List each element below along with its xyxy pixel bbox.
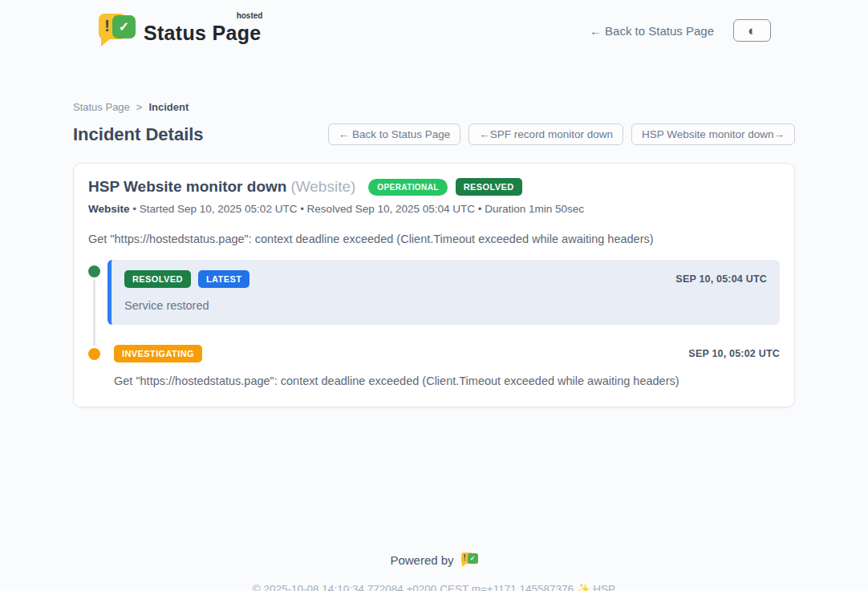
meta-component: Website xyxy=(88,203,130,215)
header-actions: ← Back to Status Page ◐ xyxy=(590,19,771,42)
timeline-entry-head: INVESTIGATING SEP 10, 05:02 UTC xyxy=(114,345,780,362)
timeline-timestamp: SEP 10, 05:02 UTC xyxy=(688,348,780,359)
theme-toggle-button[interactable]: ◐ xyxy=(733,19,771,42)
orange-dot-icon xyxy=(88,348,100,360)
incident-timeline: RESOLVED LATEST SEP 10, 05:04 UTC Servic… xyxy=(88,265,780,387)
status-page-logo-icon: ! ✓ xyxy=(99,12,136,49)
timeline-rail xyxy=(88,347,107,360)
timeline-entry-investigating: INVESTIGATING SEP 10, 05:02 UTC Get "htt… xyxy=(88,347,780,387)
incident-description: Get "https://hostedstatus.page": context… xyxy=(88,233,780,245)
timeline-entry-head: RESOLVED LATEST SEP 10, 05:04 UTC xyxy=(124,270,767,288)
investigating-status-badge: INVESTIGATING xyxy=(114,345,202,362)
incident-card: HSP Website monitor down (Website) OPERA… xyxy=(73,163,795,407)
incident-component: (Website) xyxy=(290,178,355,196)
check-icon: ✓ xyxy=(468,553,478,564)
breadcrumb-status-page[interactable]: Status Page xyxy=(73,101,130,113)
timeline-rail xyxy=(88,265,107,277)
back-to-status-page-button[interactable]: ← Back to Status Page xyxy=(328,123,461,145)
timeline-entry-highlight-box: RESOLVED LATEST SEP 10, 05:04 UTC Servic… xyxy=(107,260,780,325)
timeline-entry-content: INVESTIGATING SEP 10, 05:02 UTC Get "htt… xyxy=(107,345,780,387)
breadcrumb-separator: > xyxy=(136,101,143,113)
timeline-message: Service restored xyxy=(124,299,767,312)
app-logo[interactable]: ! ✓ hosted Status Page xyxy=(99,12,261,49)
back-to-status-page-link[interactable]: ← Back to Status Page xyxy=(590,24,714,38)
incident-title-row: HSP Website monitor down (Website) OPERA… xyxy=(88,178,780,196)
prev-incident-button[interactable]: ←SPF record monitor down xyxy=(468,123,623,145)
title-row: Incident Details ← Back to Status Page ←… xyxy=(73,123,795,145)
brand-name: Status Page xyxy=(144,22,261,44)
green-dot-icon xyxy=(88,265,100,277)
exclamation-icon: ! xyxy=(104,16,110,35)
page-title: Incident Details xyxy=(73,124,204,145)
next-incident-button[interactable]: HSP Website monitor down→ xyxy=(631,123,795,145)
incident-nav-buttons: ← Back to Status Page ←SPF record monito… xyxy=(328,123,795,145)
copyright-text: © 2025-10-08 14:10:34.772084 +0200 CEST … xyxy=(0,582,868,591)
powered-by-label: Powered by xyxy=(390,553,453,567)
timeline-entry-resolved: RESOLVED LATEST SEP 10, 05:04 UTC Servic… xyxy=(88,265,780,325)
main-content: Status Page > Incident Incident Details … xyxy=(73,101,795,407)
status-page-mini-logo-icon: ! ✓ xyxy=(461,552,478,569)
breadcrumb-incident: Incident xyxy=(148,101,189,113)
exclamation-icon: ! xyxy=(464,553,466,562)
brand-hosted-label: hosted xyxy=(237,11,263,20)
brand-text: hosted Status Page xyxy=(144,12,261,45)
check-icon: ✓ xyxy=(112,15,136,38)
powered-by-link[interactable]: Powered by ! ✓ xyxy=(390,552,477,569)
resolved-badge: RESOLVED xyxy=(456,178,522,196)
timeline-timestamp: SEP 10, 05:04 UTC xyxy=(675,273,767,285)
logo-bubble-tail xyxy=(101,38,112,47)
latest-badge: LATEST xyxy=(198,270,249,288)
contrast-icon: ◐ xyxy=(748,24,756,38)
resolved-status-badge: RESOLVED xyxy=(124,270,191,288)
timeline-connector-line xyxy=(93,274,95,355)
timeline-badges: RESOLVED LATEST xyxy=(124,270,249,288)
breadcrumb: Status Page > Incident xyxy=(73,101,795,113)
logo-bubble-tail xyxy=(462,563,467,567)
meta-details: • Started Sep 10, 2025 05:02 UTC • Resol… xyxy=(132,203,584,215)
header: ! ✓ hosted Status Page ← Back to Status … xyxy=(0,0,868,50)
operational-badge: OPERATIONAL xyxy=(368,179,447,196)
timeline-message: Get "https://hostedstatus.page": context… xyxy=(114,374,780,387)
incident-meta: Website • Started Sep 10, 2025 05:02 UTC… xyxy=(88,203,780,215)
incident-title: HSP Website monitor down xyxy=(88,178,286,196)
footer: Powered by ! ✓ © 2025-10-08 14:10:34.772… xyxy=(0,552,868,591)
